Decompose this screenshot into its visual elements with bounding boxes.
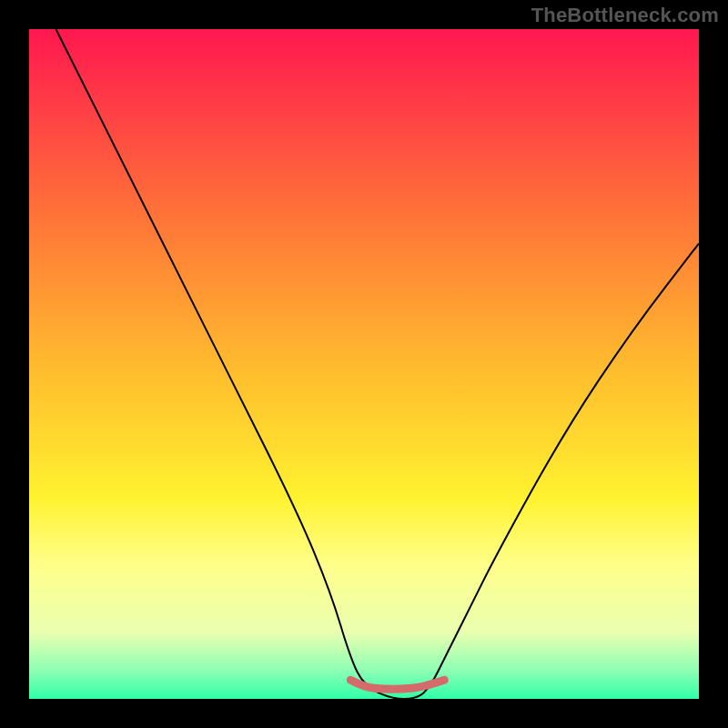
plot-area xyxy=(29,29,699,699)
curve-layer xyxy=(29,29,699,699)
bottleneck-curve xyxy=(56,29,699,699)
chart-frame: TheBottleneck.com xyxy=(0,0,728,728)
highlight-segment xyxy=(350,680,444,689)
watermark-text: TheBottleneck.com xyxy=(531,4,719,27)
